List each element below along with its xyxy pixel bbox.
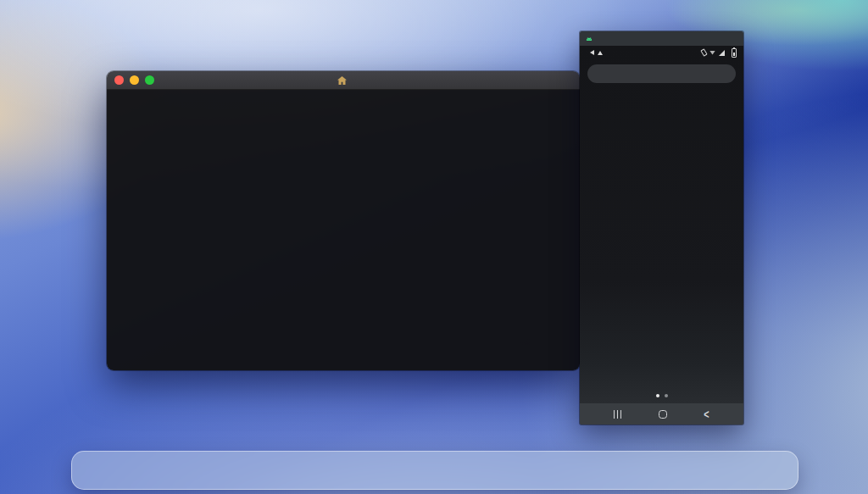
wifi-icon [709, 51, 715, 55]
minimize-button[interactable] [130, 75, 139, 85]
page-indicator [580, 394, 743, 397]
home-folder-icon [337, 76, 347, 85]
terminal-titlebar[interactable] [107, 71, 580, 90]
phone-screen[interactable]: < [580, 46, 743, 425]
home-button[interactable] [659, 410, 667, 419]
terminal-title-area [107, 76, 580, 85]
vibrate-icon [700, 48, 707, 56]
phone-titlebar[interactable] [580, 31, 743, 46]
notification-icon [590, 50, 594, 55]
back-button[interactable]: < [704, 407, 709, 422]
android-icon [585, 35, 593, 43]
search-bar[interactable] [587, 64, 736, 83]
phone-status-bar [580, 46, 743, 59]
zoom-button[interactable] [145, 75, 154, 85]
page-dot [665, 394, 668, 397]
terminal-output[interactable] [107, 90, 580, 370]
alert-icon [598, 51, 603, 55]
window-traffic-lights [107, 75, 154, 85]
signal-icon [719, 50, 725, 56]
page-dot-active [656, 394, 659, 397]
recents-button[interactable] [614, 410, 622, 419]
phone-nav-bar: < [580, 403, 743, 425]
terminal-window [107, 71, 580, 370]
dock [71, 451, 798, 490]
close-button[interactable] [114, 75, 124, 85]
desktop-wallpaper: < [0, 0, 868, 494]
battery-icon [732, 48, 737, 58]
phone-mirror-window: < [580, 31, 743, 425]
